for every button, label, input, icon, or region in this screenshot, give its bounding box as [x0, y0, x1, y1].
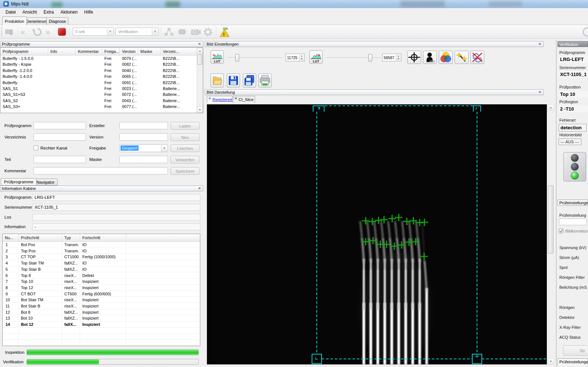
- no-polygon-button[interactable]: [470, 51, 484, 64]
- main-tab-produktion[interactable]: Produktion: [2, 17, 27, 25]
- tab-prufeinstellungen-bottom[interactable]: Prüfeinstellungen: [557, 358, 588, 366]
- verzeichnis-input[interactable]: [33, 133, 86, 141]
- programs-col-3[interactable]: Freiga...: [102, 48, 120, 55]
- table-row[interactable]: Butterfly - KopieFrei0082 (...B222\B...: [0, 61, 197, 67]
- save-button[interactable]: [227, 73, 240, 87]
- close-tab-icon[interactable]: ✕: [234, 97, 237, 100]
- prev-icon[interactable]: «: [21, 28, 25, 37]
- table-row[interactable]: Butterfly -1.2.0.0Frei0040 (...B222\B...: [0, 68, 197, 73]
- magic-wand-button[interactable]: [455, 51, 469, 64]
- bildkorrektur-checkbox[interactable]: [559, 229, 563, 233]
- table-row[interactable]: 8Top 12riseX...Inspiziert: [3, 285, 200, 291]
- table-row[interactable]: 6Top 8riseX...Defekt: [3, 273, 200, 279]
- toolbar-drag-handle[interactable]: [1, 26, 2, 37]
- programs-col-6[interactable]: Verzeic...: [161, 48, 197, 55]
- programs-col-0[interactable]: Prüfprogramm: [0, 48, 48, 55]
- lut-low-spinner[interactable]: 11725 ▲▼: [286, 54, 305, 61]
- menu-ansicht[interactable]: Ansicht: [19, 8, 40, 16]
- table-row[interactable]: SAS_S3+Frei0077 (...Batterie...: [0, 104, 197, 109]
- xray-image[interactable]: [207, 104, 547, 364]
- table-row[interactable]: 12Bot 8fallXZ...Inspiziert: [3, 309, 200, 316]
- table-row[interactable]: 13Bot 10fallXZ...Inspiziert: [3, 315, 200, 321]
- lut-high-slider-thumb[interactable]: [368, 54, 372, 62]
- prufprogramm-input[interactable]: [33, 122, 86, 129]
- rechter-kanal-checkbox[interactable]: [33, 145, 38, 150]
- table-row[interactable]: 11Bot Stair BriseX...Inspiziert: [3, 303, 200, 309]
- next-icon[interactable]: »: [46, 28, 50, 37]
- main-tab-diagnose[interactable]: Diagnose: [46, 17, 68, 25]
- gear-icon[interactable]: [203, 27, 214, 38]
- lut-low-button[interactable]: LUT: [211, 50, 224, 64]
- transfer-icon[interactable]: [4, 27, 15, 37]
- programs-col-5[interactable]: Maske: [138, 48, 161, 55]
- table-row[interactable]: 10Bot Stair TMriseX...Inspiziert: [3, 297, 200, 303]
- table-row[interactable]: 9CT BOTCT600Fertig (600/600): [3, 291, 200, 297]
- table-row[interactable]: SAS_S2Frei0043 (...Batterie...: [0, 98, 197, 104]
- table-row[interactable]: SAS_S1+S3Frei0072 (...Batterie...: [0, 91, 197, 97]
- person-button[interactable]: [423, 51, 437, 64]
- kommentar-input[interactable]: [33, 167, 168, 174]
- rgb-circles-button[interactable]: [439, 51, 453, 64]
- steps-col-1[interactable]: Prüfschritt: [19, 234, 62, 242]
- camera-icon[interactable]: [190, 27, 201, 37]
- close-tab-icon[interactable]: ✕: [208, 97, 211, 100]
- steps-col-3[interactable]: Fortschritt: [80, 234, 126, 242]
- table-row[interactable]: 4Top Stair TMfallXZ...IO: [3, 260, 200, 266]
- scroll-up-icon[interactable]: ▲: [197, 48, 203, 54]
- table-row[interactable]: [3, 340, 200, 346]
- table-row[interactable]: 3CT TOPCT1000Fertig (1000/1000): [3, 254, 200, 260]
- lut-high-button[interactable]: LUT: [309, 50, 323, 64]
- laden-button[interactable]: Laden: [171, 122, 200, 130]
- scroll-down-icon[interactable]: ▼: [548, 358, 554, 364]
- nodes-icon[interactable]: [164, 27, 174, 37]
- table-row[interactable]: ButterflyFrei0091 (...B222\B...: [0, 80, 197, 86]
- tab-prufeinstellungen[interactable]: Prüfeinstellungen: [557, 199, 588, 206]
- table-row[interactable]: 14Bot 12fallX...Inspiziert: [3, 321, 200, 328]
- menu-extra[interactable]: Extra: [40, 8, 57, 16]
- speichern-button[interactable]: Speichern: [171, 167, 200, 175]
- prufeinstellung-input[interactable]: [559, 219, 587, 225]
- spinner-arrows-icon[interactable]: ▲▼: [299, 54, 304, 61]
- open-folder-button[interactable]: [211, 73, 224, 87]
- neu-button[interactable]: Neu: [171, 133, 200, 141]
- sp-button[interactable]: Sp: [563, 345, 588, 356]
- verwerfen-button[interactable]: Verwerfen: [171, 156, 200, 163]
- table-row[interactable]: Butterfly - 1.5.0.0Frei0079 (...B222\B..…: [0, 55, 197, 61]
- teil-input[interactable]: [33, 156, 86, 163]
- lut-low-slider-thumb[interactable]: [235, 54, 239, 62]
- crosshair-button[interactable]: [407, 51, 421, 64]
- refresh-icon[interactable]: [32, 27, 43, 37]
- ersteller-input[interactable]: [119, 122, 168, 129]
- print-button[interactable]: [258, 73, 272, 87]
- spinner-arrows-icon[interactable]: ▲▼: [396, 54, 401, 61]
- tab-ct-slice[interactable]: ✕ Ct_Slice: [233, 96, 255, 103]
- stop-button[interactable]: [58, 28, 66, 36]
- tab-registered[interactable]: ✕ Registered: [207, 96, 233, 103]
- tab-navigator[interactable]: Navigator: [33, 179, 58, 186]
- close-icon[interactable]: ✕: [538, 42, 542, 46]
- programs-col-1[interactable]: Info: [48, 48, 76, 55]
- menu-aktionen[interactable]: Aktionen: [57, 8, 81, 16]
- menu-datei[interactable]: Datei: [2, 8, 19, 16]
- table-row[interactable]: SAS_S1Frei0023 (...Batterie...: [0, 86, 197, 91]
- lut-high-slider-track[interactable]: [326, 57, 381, 58]
- programs-col-4[interactable]: Version: [120, 48, 138, 55]
- steps-col-2[interactable]: Typ: [62, 234, 80, 242]
- table-row[interactable]: [3, 328, 200, 334]
- tab-prufprogramme[interactable]: Prüfprogramme: [1, 178, 37, 186]
- on-warning-icon[interactable]: !ON: [219, 26, 230, 38]
- close-icon[interactable]: ✕: [197, 42, 202, 46]
- box-icon[interactable]: [177, 28, 187, 37]
- programs-col-2[interactable]: Kommentar: [76, 48, 102, 55]
- scroll-down-icon[interactable]: ▼: [197, 107, 203, 113]
- delay-select[interactable]: 0 sek ▼: [73, 28, 114, 36]
- programs-scrollbar[interactable]: ▲ ▼: [197, 48, 203, 113]
- scroll-up-icon[interactable]: ▲: [548, 104, 554, 111]
- historienbild-select[interactable]: --- AUS ---: [559, 138, 581, 145]
- steps-col-0[interactable]: Nu...: [3, 234, 19, 242]
- table-row[interactable]: 1Bot PosTransm.IO: [3, 242, 200, 248]
- mode-select[interactable]: Verifikation ▼: [115, 28, 159, 36]
- lut-high-spinner[interactable]: 58587 ▲▼: [382, 54, 401, 61]
- table-row[interactable]: [3, 334, 200, 340]
- freigabe-select[interactable]: Gesperrt ▼: [119, 144, 168, 152]
